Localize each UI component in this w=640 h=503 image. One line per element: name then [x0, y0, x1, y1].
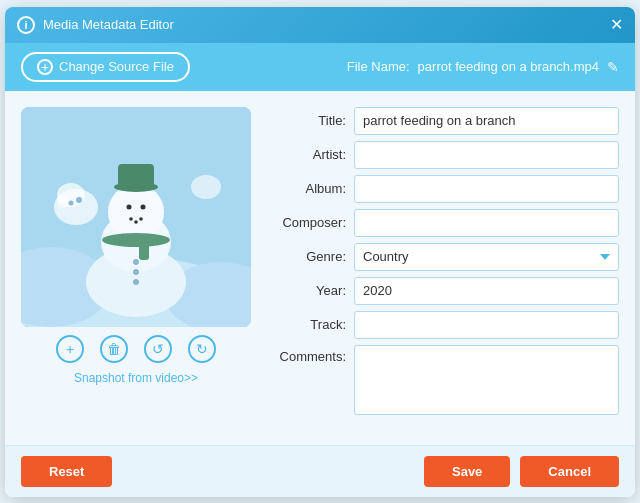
svg-point-18: [134, 220, 138, 224]
file-name-label: File Name:: [347, 59, 410, 74]
genre-row: Genre: Country Rock Pop Jazz Classical O…: [271, 243, 619, 271]
cancel-button[interactable]: Cancel: [520, 456, 619, 487]
save-button[interactable]: Save: [424, 456, 510, 487]
snapshot-link[interactable]: Snapshot from video>>: [74, 371, 198, 385]
title-bar: i Media Metadata Editor ✕: [5, 7, 635, 43]
track-row: Track:: [271, 311, 619, 339]
svg-rect-14: [118, 164, 154, 189]
footer: Reset Save Cancel: [5, 445, 635, 497]
change-source-label: Change Source File: [59, 59, 174, 74]
thumbnail-controls: + 🗑 ↺ ↻: [56, 335, 216, 363]
year-label: Year:: [271, 283, 346, 298]
svg-point-23: [133, 269, 139, 275]
title-bar-left: i Media Metadata Editor: [17, 16, 174, 34]
svg-point-8: [69, 200, 74, 205]
genre-label: Genre:: [271, 249, 346, 264]
track-input[interactable]: [354, 311, 619, 339]
track-label: Track:: [271, 317, 346, 332]
year-row: Year:: [271, 277, 619, 305]
album-input[interactable]: [354, 175, 619, 203]
comments-row: Comments:: [271, 345, 619, 415]
svg-point-16: [141, 204, 146, 209]
svg-point-24: [133, 279, 139, 285]
genre-select[interactable]: Country Rock Pop Jazz Classical Other: [354, 243, 619, 271]
title-row: Title:: [271, 107, 619, 135]
toolbar: + Change Source File File Name: parrot f…: [5, 43, 635, 91]
thumbnail: [21, 107, 251, 327]
svg-point-9: [191, 175, 221, 199]
album-row: Album:: [271, 175, 619, 203]
svg-point-20: [102, 233, 170, 247]
main-content: + 🗑 ↺ ↻ Snapshot from video>> Title: Art…: [5, 91, 635, 445]
svg-point-12: [108, 184, 164, 240]
title-input[interactable]: [354, 107, 619, 135]
window-title: Media Metadata Editor: [43, 17, 174, 32]
artist-label: Artist:: [271, 147, 346, 162]
artist-row: Artist:: [271, 141, 619, 169]
left-panel: + 🗑 ↺ ↻ Snapshot from video>>: [21, 107, 251, 429]
reset-button[interactable]: Reset: [21, 456, 112, 487]
svg-point-7: [76, 197, 82, 203]
file-name-area: File Name: parrot feeding on a branch.mp…: [347, 59, 619, 75]
title-label: Title:: [271, 113, 346, 128]
svg-point-22: [133, 259, 139, 265]
composer-row: Composer:: [271, 209, 619, 237]
add-image-button[interactable]: +: [56, 335, 84, 363]
artist-input[interactable]: [354, 141, 619, 169]
plus-icon: +: [37, 59, 53, 75]
form-panel: Title: Artist: Album: Composer: Genre:: [271, 107, 619, 429]
svg-rect-21: [139, 240, 149, 260]
composer-input[interactable]: [354, 209, 619, 237]
redo-button[interactable]: ↻: [188, 335, 216, 363]
composer-label: Composer:: [271, 215, 346, 230]
svg-point-17: [129, 217, 133, 221]
delete-image-button[interactable]: 🗑: [100, 335, 128, 363]
album-label: Album:: [271, 181, 346, 196]
svg-point-19: [139, 217, 143, 221]
change-source-button[interactable]: + Change Source File: [21, 52, 190, 82]
edit-filename-icon[interactable]: ✎: [607, 59, 619, 75]
svg-point-6: [57, 196, 69, 208]
svg-point-15: [127, 204, 132, 209]
year-input[interactable]: [354, 277, 619, 305]
info-icon: i: [17, 16, 35, 34]
close-button[interactable]: ✕: [610, 17, 623, 33]
comments-textarea[interactable]: [354, 345, 619, 415]
footer-right: Save Cancel: [424, 456, 619, 487]
media-metadata-editor-window: i Media Metadata Editor ✕ + Change Sourc…: [5, 7, 635, 497]
undo-button[interactable]: ↺: [144, 335, 172, 363]
comments-label: Comments:: [271, 345, 346, 364]
file-name-value: parrot feeding on a branch.mp4: [418, 59, 599, 74]
